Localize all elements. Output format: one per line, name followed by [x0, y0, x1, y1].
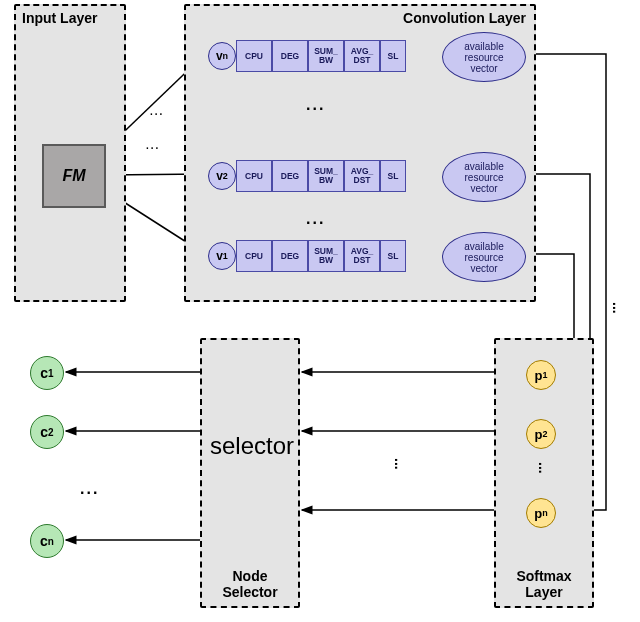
softmax-node-pn: pn	[526, 498, 556, 528]
feat-sl: SL	[380, 40, 406, 72]
convolution-layer: Convolution Layer vn CPU DEG SUM_ BW AVG…	[184, 4, 536, 302]
p-label: p	[534, 506, 542, 521]
p-sub: 1	[542, 370, 547, 380]
feature-row-v1: CPU DEG SUM_ BW AVG_ DST SL	[236, 240, 406, 272]
resource-vector-v2: available resource vector	[442, 152, 526, 202]
softmax-node-p2: p2	[526, 419, 556, 449]
diagram: Input Layer FM Convolution Layer vn CPU …	[0, 0, 640, 622]
fm-box: FM	[42, 144, 106, 208]
conv-node-sub: n	[223, 51, 229, 61]
feat-sumbw: SUM_ BW	[308, 40, 344, 72]
p-sub: 2	[542, 429, 547, 439]
conv-node-v1: v1	[208, 242, 236, 270]
conv-node-sub: 2	[223, 171, 228, 181]
output-node-c1: c1	[30, 356, 64, 390]
feat-deg: DEG	[272, 40, 308, 72]
selector-label: selector	[210, 432, 294, 460]
c-label: c	[40, 533, 48, 549]
dots-side: ...	[610, 302, 626, 314]
c-label: c	[40, 365, 48, 381]
p-label: p	[535, 427, 543, 442]
input-layer-title: Input Layer	[22, 10, 97, 26]
resource-vector-vn: available resource vector	[442, 32, 526, 82]
dots-fm-gap-a: ...	[150, 106, 164, 117]
output-node-cn: cn	[30, 524, 64, 558]
feat-sumbw: SUM_ BW	[308, 160, 344, 192]
feat-avgdst: AVG_ DST	[344, 40, 380, 72]
feature-row-vn: CPU DEG SUM_ BW AVG_ DST SL	[236, 40, 406, 72]
feat-sl: SL	[380, 160, 406, 192]
resource-vector-v1: available resource vector	[442, 232, 526, 282]
feat-deg: DEG	[272, 240, 308, 272]
softmax-layer-title: Softmax Layer	[496, 568, 592, 600]
conv-layer-title: Convolution Layer	[403, 10, 526, 26]
feat-cpu: CPU	[236, 40, 272, 72]
p-sub: n	[542, 508, 548, 518]
c-sub: n	[48, 536, 54, 547]
c-label: c	[40, 424, 48, 440]
feat-sl: SL	[380, 240, 406, 272]
feat-cpu: CPU	[236, 240, 272, 272]
output-node-c2: c2	[30, 415, 64, 449]
conv-node-vn: vn	[208, 42, 236, 70]
conv-node-sub: 1	[223, 251, 228, 261]
feat-avgdst: AVG_ DST	[344, 160, 380, 192]
dots-selector-softmax: ...	[392, 458, 408, 470]
dots-fm-gap-b: ...	[146, 140, 160, 151]
p-label: p	[535, 368, 543, 383]
conv-node-label: v	[216, 249, 223, 263]
conv-node-label: v	[216, 49, 223, 63]
conv-node-v2: v2	[208, 162, 236, 190]
node-selector-title: Node Selector	[202, 568, 298, 600]
feat-deg: DEG	[272, 160, 308, 192]
node-selector: selector Node Selector	[200, 338, 300, 608]
c-sub: 1	[48, 368, 54, 379]
dots-between-rows-a: ...	[306, 96, 325, 114]
dots-outputs: ...	[80, 480, 99, 498]
conv-node-label: v	[216, 169, 223, 183]
c-sub: 2	[48, 427, 54, 438]
dots-between-rows-b: ...	[306, 210, 325, 228]
feat-cpu: CPU	[236, 160, 272, 192]
feat-avgdst: AVG_ DST	[344, 240, 380, 272]
dots-softmax: ...	[536, 462, 552, 474]
softmax-node-p1: p1	[526, 360, 556, 390]
input-layer: Input Layer FM	[14, 4, 126, 302]
feature-row-v2: CPU DEG SUM_ BW AVG_ DST SL	[236, 160, 406, 192]
feat-sumbw: SUM_ BW	[308, 240, 344, 272]
softmax-layer: p1 p2 ... pn Softmax Layer	[494, 338, 594, 608]
